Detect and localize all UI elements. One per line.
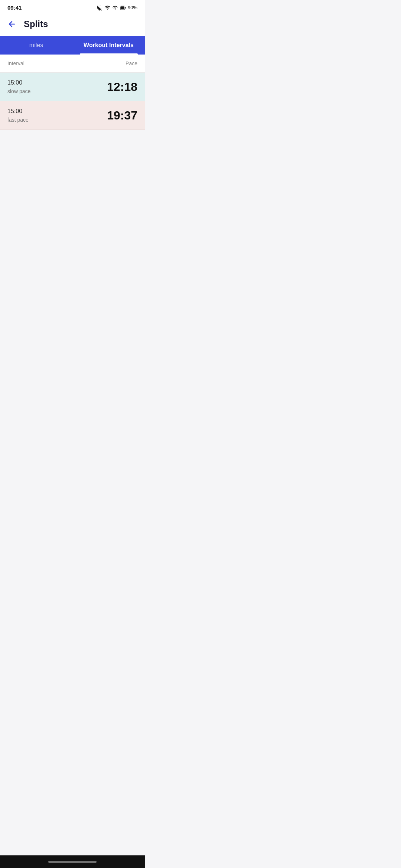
status-bar: 09:41 90% [0, 0, 145, 14]
battery-icon [120, 5, 126, 11]
wifi-icon [104, 5, 110, 11]
column-headers: Interval Pace [0, 55, 145, 73]
interval-row-fast: 15:00 fast pace 19:37 [0, 101, 145, 130]
pace-column-header: Pace [125, 60, 137, 66]
interval-duration-fast: 15:00 [7, 108, 29, 115]
interval-column-header: Interval [7, 60, 25, 66]
content-area [0, 130, 145, 352]
interval-pace-slow: 12:18 [107, 80, 137, 94]
svg-rect-2 [120, 6, 124, 9]
page-title: Splits [24, 19, 48, 29]
back-icon [7, 20, 16, 29]
signal-icon [112, 5, 118, 11]
interval-info-fast: 15:00 fast pace [7, 108, 29, 123]
interval-duration-slow: 15:00 [7, 79, 30, 86]
mute-icon [97, 5, 102, 11]
interval-pace-fast: 19:37 [107, 109, 137, 122]
page-header: Splits [0, 14, 145, 36]
interval-info-slow: 15:00 slow pace [7, 79, 30, 94]
interval-label-slow: slow pace [7, 88, 30, 94]
status-time: 09:41 [7, 4, 22, 11]
status-icons: 90% [97, 5, 137, 11]
tab-miles[interactable]: miles [0, 36, 72, 55]
tab-bar: miles Workout Intervals [0, 36, 145, 55]
svg-rect-1 [125, 7, 126, 9]
tab-workout-intervals[interactable]: Workout Intervals [72, 36, 145, 55]
interval-label-fast: fast pace [7, 117, 29, 123]
battery-percent: 90% [128, 5, 137, 10]
interval-row-slow: 15:00 slow pace 12:18 [0, 73, 145, 101]
back-button[interactable] [6, 18, 18, 30]
